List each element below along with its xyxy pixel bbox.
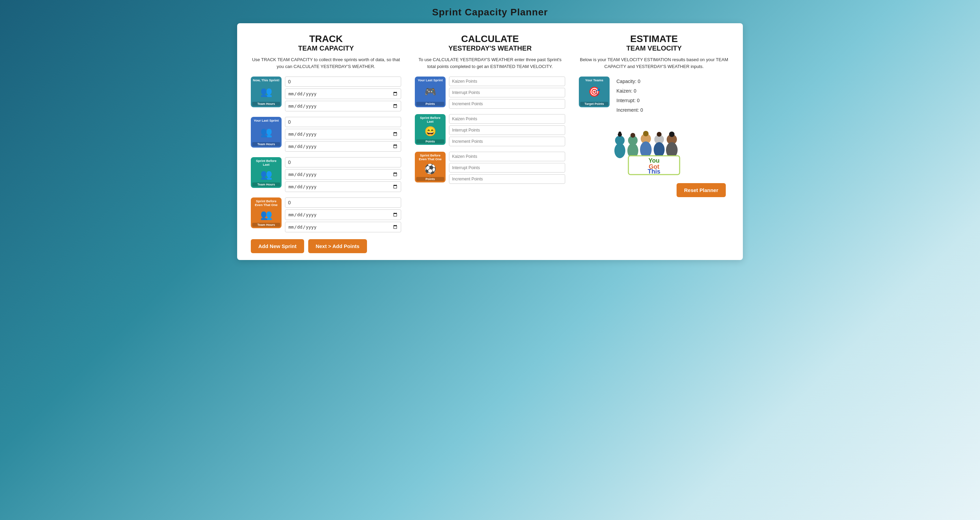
sprint-row-now: Now, This Sprint! 👥 Team Hours — [251, 76, 401, 111]
target-badge-top-label: Your Teams — [585, 78, 603, 82]
svg-point-15 — [669, 132, 675, 137]
even-before-sprint-interrupt-input[interactable] — [449, 163, 565, 173]
points-badge-even-before: Sprint Before Even That One ⚽ Points — [415, 152, 445, 183]
estimate-big-title: ESTIMATE — [576, 33, 733, 45]
even-before-sprint-date1-input[interactable] — [285, 210, 401, 220]
calculate-header: CALCULATE YESTERDAY'S WEATHER — [411, 33, 569, 52]
main-container: TRACK TEAM CAPACITY Use TRACK TEAM CAPAC… — [237, 23, 743, 260]
add-new-sprint-button[interactable]: Add New Sprint — [251, 239, 304, 253]
sprint-badge-before-last: Sprint Before Last 👥 Team Hours — [251, 157, 282, 188]
last-sprint-date1-input[interactable] — [285, 129, 401, 139]
sprint-badge-before-last-icon: 👥 — [260, 170, 272, 180]
calculate-description: To use CALCULATE YESTERDAY'S WEATHER ent… — [411, 56, 569, 70]
sprint-row-even-before: Sprint Before Even That One 👥 Team Hours — [251, 197, 401, 232]
sprint-badge-before-last-bottom: Team Hours — [252, 183, 280, 186]
even-before-sprint-date2-input[interactable] — [285, 222, 401, 232]
now-sprint-date2-input[interactable] — [285, 101, 401, 111]
last-sprint-hours-input[interactable] — [285, 117, 401, 127]
page-title: Sprint Capacity Planner — [7, 7, 973, 18]
points-badge-even-before-bottom: Points — [416, 177, 444, 181]
points-badge-before-last: Sprint Before Last 😄 Points — [415, 114, 445, 145]
estimate-target-row: Your Teams 🎯 Target Points Capacity: 0 K… — [579, 76, 729, 115]
points-inputs-last — [449, 76, 565, 109]
before-last-sprint-interrupt-input[interactable] — [449, 126, 565, 135]
svg-point-6 — [630, 133, 635, 138]
estimate-button-row: Reset Planner — [579, 183, 729, 197]
sprint-badge-last-icon: 👥 — [260, 127, 272, 137]
points-inputs-even-before — [449, 152, 565, 184]
points-badge-last-icon: 🎮 — [425, 87, 436, 97]
sprint-badge-last-label: Your Last Sprint — [253, 119, 278, 122]
track-section: Now, This Sprint! 👥 Team Hours Your Last… — [247, 76, 404, 232]
svg-point-11 — [654, 142, 665, 157]
sprint-badge-now-label: Now, This Sprint! — [253, 78, 280, 82]
sprint-badge-last-bottom: Team Hours — [252, 142, 280, 146]
svg-text:You: You — [649, 157, 660, 164]
sprint-badge-last: Your Last Sprint 👥 Team Hours — [251, 117, 282, 148]
calculate-big-title: CALCULATE — [411, 33, 569, 45]
points-badge-even-before-icon: ⚽ — [425, 164, 436, 174]
even-before-sprint-hours-input[interactable] — [285, 197, 401, 208]
track-big-title: TRACK — [247, 33, 404, 45]
target-badge: Your Teams 🎯 Target Points — [579, 76, 609, 107]
estimate-description: Below is your TEAM VELOCITY ESTIMATION r… — [576, 56, 733, 70]
reset-planner-button[interactable]: Reset Planner — [676, 183, 726, 197]
points-badge-before-last-label: Sprint Before Last — [416, 116, 444, 124]
before-last-sprint-date2-input[interactable] — [285, 181, 401, 192]
last-sprint-date2-input[interactable] — [285, 141, 401, 152]
sprint-badge-even-before: Sprint Before Even That One 👥 Team Hours — [251, 197, 282, 228]
track-sub-title: TEAM CAPACITY — [247, 45, 404, 52]
sprint-inputs-even-before — [285, 197, 401, 232]
before-last-sprint-date1-input[interactable] — [285, 169, 401, 180]
sprint-badge-before-last-label: Sprint Before Last — [252, 159, 280, 167]
before-last-sprint-increment-input[interactable] — [449, 137, 565, 146]
sprint-badge-now-bottom: Team Hours — [252, 102, 280, 106]
points-badge-last-label: Your Last Sprint — [418, 78, 442, 82]
track-column: TRACK TEAM CAPACITY Use TRACK TEAM CAPAC… — [247, 33, 404, 253]
last-sprint-interrupt-input[interactable] — [449, 88, 565, 97]
points-row-last: Your Last Sprint 🎮 Points — [415, 76, 565, 109]
estimate-section: Your Teams 🎯 Target Points Capacity: 0 K… — [576, 76, 733, 197]
now-sprint-hours-input[interactable] — [285, 76, 401, 87]
capacity-value: Capacity: 0 — [616, 76, 643, 86]
svg-point-1 — [614, 143, 625, 158]
points-badge-even-before-label: Sprint Before Even That One — [416, 153, 444, 161]
points-badge-last-bottom: Points — [416, 102, 444, 106]
sprint-badge-even-before-bottom: Team Hours — [252, 223, 280, 227]
sprint-row-last: Your Last Sprint 👥 Team Hours — [251, 117, 401, 152]
sprint-badge-even-before-label: Sprint Before Even That One — [252, 199, 280, 207]
estimate-column: ESTIMATE TEAM VELOCITY Below is your TEA… — [576, 33, 733, 253]
interrupt-value: Interrupt: 0 — [616, 95, 643, 105]
estimate-values: Capacity: 0 Kaizen: 0 Interrupt: 0 Incre… — [616, 76, 643, 115]
calculate-section: Your Last Sprint 🎮 Points Sprint Before … — [411, 76, 569, 184]
before-last-sprint-hours-input[interactable] — [285, 157, 401, 167]
even-before-sprint-kaizen-input[interactable] — [449, 152, 565, 161]
points-inputs-before-last — [449, 114, 565, 146]
svg-point-3 — [619, 132, 621, 134]
kaizen-value: Kaizen: 0 — [616, 86, 643, 95]
increment-value: Increment: 0 — [616, 105, 643, 115]
track-description: Use TRACK TEAM CAPACITY to collect three… — [247, 56, 404, 70]
before-last-sprint-kaizen-input[interactable] — [449, 114, 565, 124]
target-badge-bottom-label: Target Points — [580, 102, 608, 106]
points-badge-before-last-icon: 😄 — [425, 127, 436, 136]
sprint-inputs-last — [285, 117, 401, 152]
track-header: TRACK TEAM CAPACITY — [247, 33, 404, 52]
sprint-inputs-before-last — [285, 157, 401, 192]
calculate-column: CALCULATE YESTERDAY'S WEATHER To use CAL… — [411, 33, 569, 253]
sprint-badge-now-icon: 👥 — [260, 87, 272, 97]
last-sprint-kaizen-input[interactable] — [449, 76, 565, 86]
calculate-sub-title: YESTERDAY'S WEATHER — [411, 45, 569, 52]
next-add-points-button[interactable]: Next > Add Points — [308, 239, 367, 253]
you-got-this-graphic: You Got This — [579, 122, 729, 176]
now-sprint-date1-input[interactable] — [285, 89, 401, 99]
estimate-header: ESTIMATE TEAM VELOCITY — [576, 33, 733, 52]
even-before-sprint-increment-input[interactable] — [449, 174, 565, 184]
points-row-even-before: Sprint Before Even That One ⚽ Points — [415, 152, 565, 184]
sprint-row-before-last: Sprint Before Last 👥 Team Hours — [251, 157, 401, 192]
points-badge-before-last-bottom: Points — [416, 139, 444, 143]
last-sprint-increment-input[interactable] — [449, 99, 565, 109]
sprint-badge-even-before-icon: 👥 — [260, 210, 272, 220]
points-row-before-last: Sprint Before Last 😄 Points — [415, 114, 565, 146]
sprint-badge-now: Now, This Sprint! 👥 Team Hours — [251, 76, 282, 107]
